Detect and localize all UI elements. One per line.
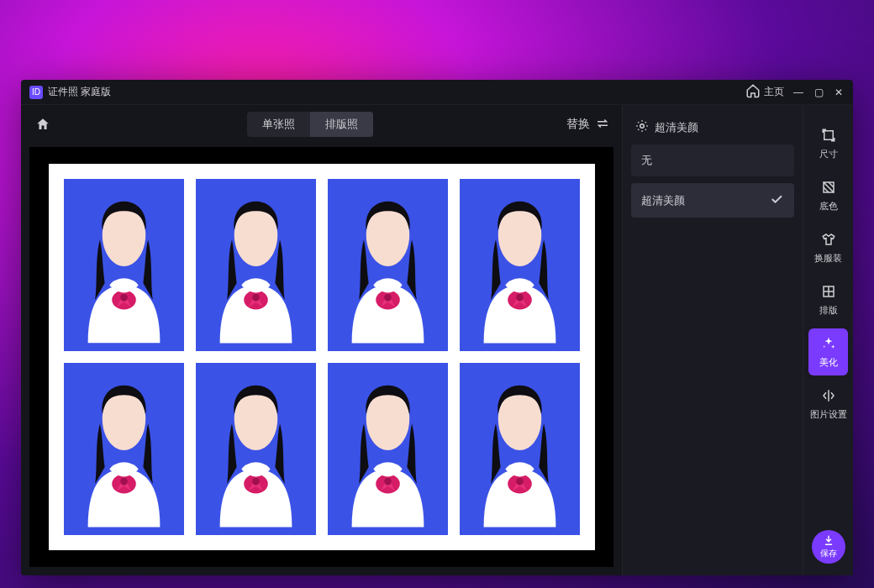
home-label: 主页 bbox=[764, 85, 784, 99]
bg-icon bbox=[821, 180, 836, 197]
app-title: 证件照 家庭版 bbox=[48, 85, 745, 99]
svg-point-21 bbox=[384, 478, 392, 486]
svg-point-6 bbox=[252, 294, 260, 302]
maximize-button[interactable]: ▢ bbox=[813, 87, 824, 98]
shirt-icon bbox=[821, 232, 836, 249]
check-icon bbox=[769, 192, 784, 209]
sparkle-icon bbox=[634, 118, 650, 136]
photo-sheet bbox=[49, 164, 595, 550]
id-photo bbox=[64, 363, 184, 535]
home-link[interactable]: 主页 bbox=[745, 83, 784, 101]
toolbar-home-button[interactable] bbox=[33, 114, 53, 134]
tab-single[interactable]: 单张照 bbox=[247, 112, 310, 137]
tab-layout[interactable]: 排版照 bbox=[310, 112, 373, 137]
app-icon: ID bbox=[29, 86, 43, 99]
svg-point-9 bbox=[384, 294, 392, 302]
option-hd-beauty[interactable]: 超清美颜 bbox=[631, 183, 794, 218]
view-tabs: 单张照 排版照 bbox=[247, 112, 373, 137]
svg-rect-26 bbox=[824, 130, 833, 139]
magic-icon bbox=[821, 336, 836, 353]
size-icon bbox=[821, 128, 836, 144]
side-tab-clothes[interactable]: 换服装 bbox=[803, 224, 853, 271]
panel-title: 超清美颜 bbox=[631, 115, 794, 144]
grid-icon bbox=[821, 284, 836, 301]
minimize-button[interactable]: — bbox=[792, 87, 804, 98]
svg-point-24 bbox=[516, 478, 524, 486]
download-icon bbox=[823, 534, 835, 548]
home-icon bbox=[745, 83, 761, 101]
replace-label: 替换 bbox=[566, 117, 590, 132]
side-tab-beauty[interactable]: 美化 bbox=[808, 328, 848, 375]
beauty-panel: 超清美颜 无 超清美颜 bbox=[622, 105, 803, 575]
id-photo bbox=[460, 179, 580, 351]
side-tab-settings[interactable]: 图片设置 bbox=[803, 381, 853, 428]
side-tab-layout[interactable]: 排版 bbox=[803, 276, 853, 323]
replace-button[interactable]: 替换 bbox=[566, 116, 610, 134]
svg-point-25 bbox=[640, 124, 645, 129]
id-photo bbox=[328, 179, 448, 351]
close-button[interactable]: ✕ bbox=[833, 87, 845, 98]
canvas-area: 单张照 排版照 替换 bbox=[21, 105, 622, 575]
main-toolbar: 单张照 排版照 替换 bbox=[21, 105, 622, 144]
side-tab-size[interactable]: 尺寸 bbox=[803, 120, 853, 167]
svg-point-12 bbox=[516, 294, 524, 302]
option-none[interactable]: 无 bbox=[631, 144, 794, 176]
id-photo bbox=[460, 363, 580, 535]
id-photo bbox=[64, 179, 184, 351]
id-photo bbox=[196, 179, 316, 351]
svg-point-15 bbox=[120, 478, 128, 486]
preview-viewport bbox=[29, 147, 613, 567]
side-tabs: 尺寸 底色 换服装 排版 美化 图片设置 bbox=[803, 105, 853, 575]
id-photo bbox=[196, 363, 316, 535]
save-button[interactable]: 保存 bbox=[812, 530, 845, 564]
mirror-icon bbox=[821, 388, 836, 405]
app-window: ID 证件照 家庭版 主页 — ▢ ✕ 单张照 排版照 bbox=[21, 80, 853, 575]
svg-point-3 bbox=[120, 294, 128, 302]
titlebar: ID 证件照 家庭版 主页 — ▢ ✕ bbox=[21, 80, 853, 105]
id-photo bbox=[328, 363, 448, 535]
side-tab-bg[interactable]: 底色 bbox=[803, 172, 853, 219]
swap-icon bbox=[595, 116, 610, 134]
svg-point-18 bbox=[252, 478, 260, 486]
